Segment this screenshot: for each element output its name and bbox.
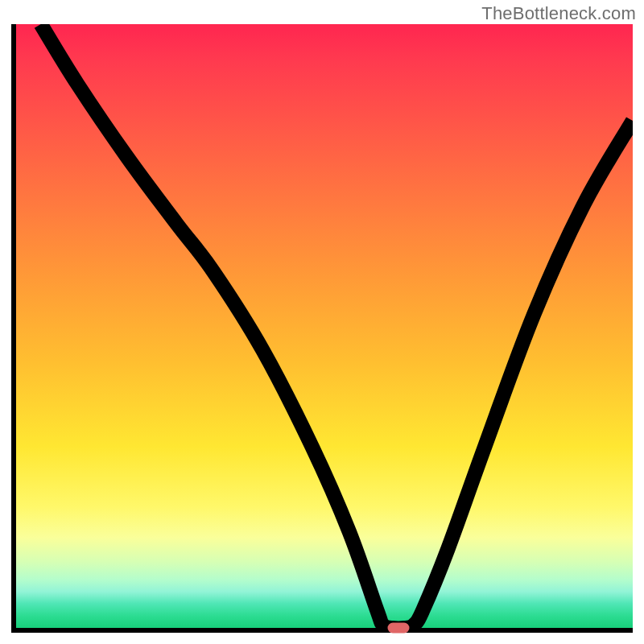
watermark-text: TheBottleneck.com bbox=[481, 3, 636, 24]
plot-area bbox=[11, 24, 633, 633]
bottleneck-curve-path bbox=[41, 24, 633, 628]
chart-stage: TheBottleneck.com bbox=[0, 0, 644, 644]
bottleneck-curve bbox=[16, 24, 633, 628]
optimal-point-marker bbox=[387, 623, 409, 634]
x-axis bbox=[11, 628, 633, 633]
